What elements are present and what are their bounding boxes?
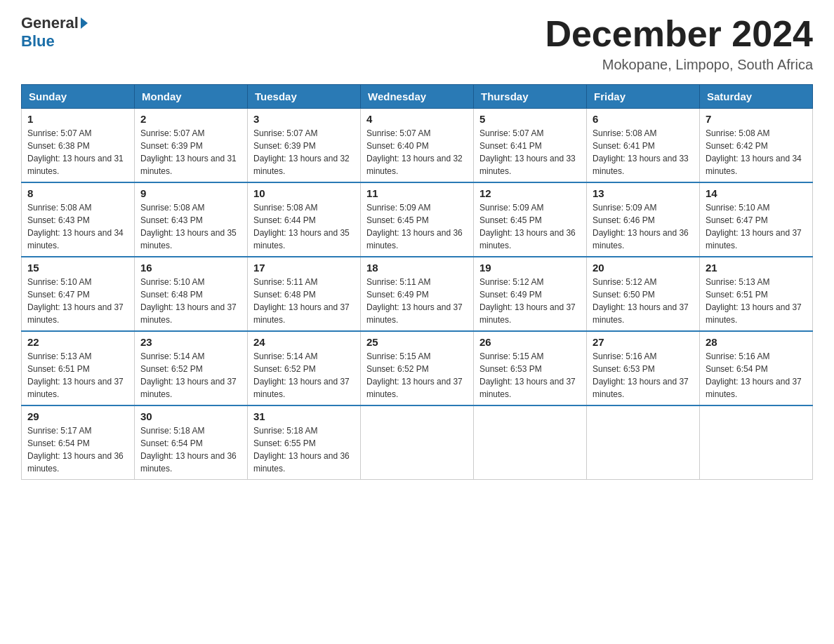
day-info: Sunrise: 5:10 AMSunset: 6:47 PMDaylight:… (706, 201, 807, 252)
day-number: 18 (366, 262, 468, 274)
logo-general-text: General (21, 14, 79, 32)
calendar-day-cell: 30Sunrise: 5:18 AMSunset: 6:54 PMDayligh… (135, 405, 248, 480)
day-number: 25 (366, 336, 468, 348)
calendar-week-row: 1Sunrise: 5:07 AMSunset: 6:38 PMDaylight… (22, 109, 813, 183)
calendar-day-cell: 2Sunrise: 5:07 AMSunset: 6:39 PMDaylight… (135, 109, 248, 183)
day-number: 14 (706, 187, 807, 199)
day-number: 10 (253, 187, 355, 199)
day-number: 11 (366, 187, 468, 199)
day-info: Sunrise: 5:07 AMSunset: 6:39 PMDaylight:… (140, 127, 241, 177)
day-number: 17 (253, 262, 355, 274)
day-info: Sunrise: 5:09 AMSunset: 6:46 PMDaylight:… (593, 201, 694, 252)
day-info: Sunrise: 5:08 AMSunset: 6:44 PMDaylight:… (253, 201, 355, 252)
calendar-day-cell: 13Sunrise: 5:09 AMSunset: 6:46 PMDayligh… (587, 182, 700, 257)
day-number: 8 (27, 187, 128, 199)
day-number: 1 (27, 113, 128, 125)
calendar-day-cell: 25Sunrise: 5:15 AMSunset: 6:52 PMDayligh… (361, 331, 474, 405)
weekday-header-thursday: Thursday (474, 85, 587, 109)
day-number: 19 (479, 262, 581, 274)
day-number: 23 (140, 336, 241, 348)
calendar-day-cell: 6Sunrise: 5:08 AMSunset: 6:41 PMDaylight… (587, 109, 700, 183)
calendar-week-row: 22Sunrise: 5:13 AMSunset: 6:51 PMDayligh… (22, 331, 813, 405)
day-number: 4 (366, 113, 468, 125)
day-number: 13 (593, 187, 694, 199)
day-info: Sunrise: 5:07 AMSunset: 6:40 PMDaylight:… (366, 127, 468, 177)
calendar-day-cell: 12Sunrise: 5:09 AMSunset: 6:45 PMDayligh… (474, 182, 587, 257)
calendar-day-cell: 16Sunrise: 5:10 AMSunset: 6:48 PMDayligh… (135, 257, 248, 331)
day-number: 30 (140, 410, 241, 422)
calendar-week-row: 15Sunrise: 5:10 AMSunset: 6:47 PMDayligh… (22, 257, 813, 331)
day-number: 20 (593, 262, 694, 274)
logo: General Blue (21, 14, 90, 51)
day-number: 3 (253, 113, 355, 125)
calendar-day-cell: 23Sunrise: 5:14 AMSunset: 6:52 PMDayligh… (135, 331, 248, 405)
day-number: 24 (253, 336, 355, 348)
calendar-day-cell (361, 405, 474, 480)
calendar-day-cell: 7Sunrise: 5:08 AMSunset: 6:42 PMDaylight… (700, 109, 813, 183)
calendar-day-cell: 24Sunrise: 5:14 AMSunset: 6:52 PMDayligh… (248, 331, 361, 405)
day-number: 27 (593, 336, 694, 348)
calendar-day-cell: 21Sunrise: 5:13 AMSunset: 6:51 PMDayligh… (700, 257, 813, 331)
day-info: Sunrise: 5:08 AMSunset: 6:43 PMDaylight:… (140, 201, 241, 252)
calendar-day-cell: 28Sunrise: 5:16 AMSunset: 6:54 PMDayligh… (700, 331, 813, 405)
calendar-day-cell (700, 405, 813, 480)
calendar-day-cell: 3Sunrise: 5:07 AMSunset: 6:39 PMDaylight… (248, 109, 361, 183)
calendar-day-cell: 31Sunrise: 5:18 AMSunset: 6:55 PMDayligh… (248, 405, 361, 480)
day-number: 12 (479, 187, 581, 199)
day-number: 9 (140, 187, 241, 199)
day-number: 28 (706, 336, 807, 348)
day-info: Sunrise: 5:12 AMSunset: 6:49 PMDaylight:… (479, 276, 581, 326)
day-info: Sunrise: 5:12 AMSunset: 6:50 PMDaylight:… (593, 276, 694, 326)
day-number: 29 (27, 410, 128, 422)
calendar-day-cell (587, 405, 700, 480)
calendar-week-row: 29Sunrise: 5:17 AMSunset: 6:54 PMDayligh… (22, 405, 813, 480)
day-info: Sunrise: 5:07 AMSunset: 6:38 PMDaylight:… (27, 127, 128, 177)
day-number: 5 (479, 113, 581, 125)
day-info: Sunrise: 5:08 AMSunset: 6:43 PMDaylight:… (27, 201, 128, 252)
day-info: Sunrise: 5:08 AMSunset: 6:42 PMDaylight:… (706, 127, 807, 177)
day-info: Sunrise: 5:16 AMSunset: 6:53 PMDaylight:… (593, 350, 694, 401)
weekday-header-sunday: Sunday (22, 85, 135, 109)
weekday-header-wednesday: Wednesday (361, 85, 474, 109)
weekday-header-friday: Friday (587, 85, 700, 109)
day-info: Sunrise: 5:11 AMSunset: 6:48 PMDaylight:… (253, 276, 355, 326)
logo-arrow-icon (81, 18, 88, 29)
day-info: Sunrise: 5:15 AMSunset: 6:53 PMDaylight:… (479, 350, 581, 401)
day-number: 15 (27, 262, 128, 274)
calendar-day-cell: 19Sunrise: 5:12 AMSunset: 6:49 PMDayligh… (474, 257, 587, 331)
calendar-day-cell: 20Sunrise: 5:12 AMSunset: 6:50 PMDayligh… (587, 257, 700, 331)
calendar-day-cell: 10Sunrise: 5:08 AMSunset: 6:44 PMDayligh… (248, 182, 361, 257)
day-info: Sunrise: 5:14 AMSunset: 6:52 PMDaylight:… (140, 350, 241, 401)
day-info: Sunrise: 5:10 AMSunset: 6:47 PMDaylight:… (27, 276, 128, 326)
calendar-header-row: SundayMondayTuesdayWednesdayThursdayFrid… (22, 85, 813, 109)
day-number: 26 (479, 336, 581, 348)
day-number: 31 (253, 410, 355, 422)
logo-blue-text: Blue (21, 32, 55, 51)
day-info: Sunrise: 5:18 AMSunset: 6:54 PMDaylight:… (140, 424, 241, 475)
calendar-day-cell: 14Sunrise: 5:10 AMSunset: 6:47 PMDayligh… (700, 182, 813, 257)
day-info: Sunrise: 5:10 AMSunset: 6:48 PMDaylight:… (140, 276, 241, 326)
calendar-day-cell: 29Sunrise: 5:17 AMSunset: 6:54 PMDayligh… (22, 405, 135, 480)
calendar-day-cell: 15Sunrise: 5:10 AMSunset: 6:47 PMDayligh… (22, 257, 135, 331)
calendar-day-cell: 26Sunrise: 5:15 AMSunset: 6:53 PMDayligh… (474, 331, 587, 405)
calendar-day-cell (474, 405, 587, 480)
calendar-day-cell: 27Sunrise: 5:16 AMSunset: 6:53 PMDayligh… (587, 331, 700, 405)
day-number: 21 (706, 262, 807, 274)
day-info: Sunrise: 5:14 AMSunset: 6:52 PMDaylight:… (253, 350, 355, 401)
day-number: 7 (706, 113, 807, 125)
day-info: Sunrise: 5:07 AMSunset: 6:39 PMDaylight:… (253, 127, 355, 177)
calendar-day-cell: 1Sunrise: 5:07 AMSunset: 6:38 PMDaylight… (22, 109, 135, 183)
weekday-header-saturday: Saturday (700, 85, 813, 109)
day-info: Sunrise: 5:13 AMSunset: 6:51 PMDaylight:… (706, 276, 807, 326)
page-header: General Blue December 2024 Mokopane, Lim… (21, 14, 813, 73)
day-number: 6 (593, 113, 694, 125)
day-info: Sunrise: 5:09 AMSunset: 6:45 PMDaylight:… (479, 201, 581, 252)
calendar-day-cell: 5Sunrise: 5:07 AMSunset: 6:41 PMDaylight… (474, 109, 587, 183)
calendar-week-row: 8Sunrise: 5:08 AMSunset: 6:43 PMDaylight… (22, 182, 813, 257)
calendar-day-cell: 22Sunrise: 5:13 AMSunset: 6:51 PMDayligh… (22, 331, 135, 405)
day-info: Sunrise: 5:09 AMSunset: 6:45 PMDaylight:… (366, 201, 468, 252)
calendar-day-cell: 11Sunrise: 5:09 AMSunset: 6:45 PMDayligh… (361, 182, 474, 257)
month-title: December 2024 (545, 14, 813, 54)
calendar-table: SundayMondayTuesdayWednesdayThursdayFrid… (21, 84, 813, 480)
calendar-day-cell: 4Sunrise: 5:07 AMSunset: 6:40 PMDaylight… (361, 109, 474, 183)
